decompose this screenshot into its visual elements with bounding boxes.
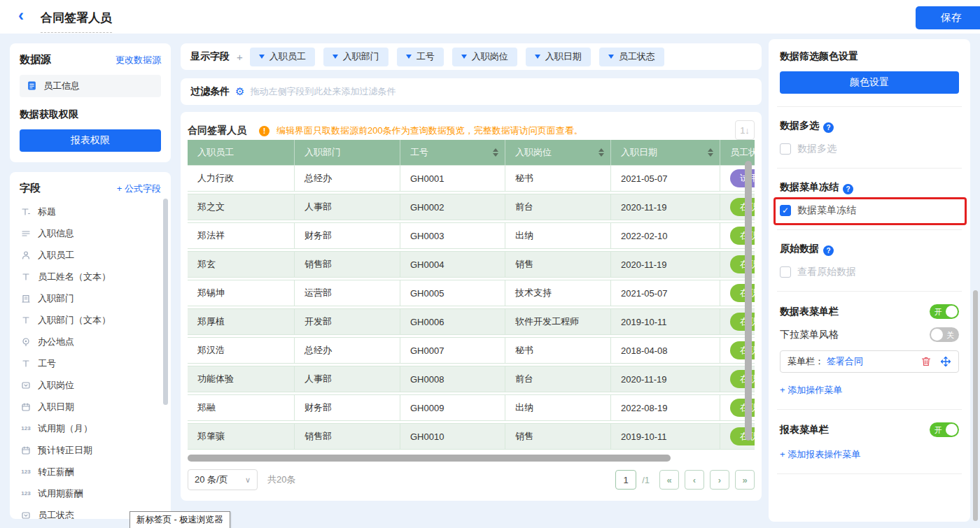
display-field-chip[interactable]: 入职部门 xyxy=(323,48,388,66)
checkbox-unchecked[interactable] xyxy=(780,266,791,278)
cell-job-no: GH0002 xyxy=(400,194,505,220)
page-last-button[interactable]: » xyxy=(735,470,755,490)
page-first-button[interactable]: « xyxy=(659,470,679,490)
field-item[interactable]: 入职部门（文本） xyxy=(10,309,171,331)
column-header[interactable]: 入职日期 xyxy=(611,140,720,165)
raw-data-checkbox-row[interactable]: 查看原始数据 xyxy=(780,266,959,278)
back-icon[interactable]: ‹ xyxy=(18,6,24,25)
fields-scrollbar[interactable] xyxy=(163,199,168,405)
field-item[interactable]: 工号 xyxy=(10,352,171,374)
gear-icon[interactable]: ⚙ xyxy=(235,85,244,98)
location-icon xyxy=(20,337,31,347)
select-icon xyxy=(20,511,31,520)
field-item[interactable]: 123 转正薪酬 xyxy=(10,461,171,483)
table-row[interactable]: 郑法祥 财务部 GH0003 出纳 2022-02-10 在职 xyxy=(188,222,755,249)
column-header[interactable]: 入职岗位 xyxy=(505,140,611,165)
dropdown-style-toggle[interactable]: 关 xyxy=(930,327,959,342)
sort-arrows-icon[interactable] xyxy=(493,148,498,157)
column-header[interactable]: 工号 xyxy=(400,140,505,165)
page-next-button[interactable]: › xyxy=(710,470,729,490)
document-icon xyxy=(27,80,38,92)
field-item[interactable]: 入职部门 xyxy=(10,287,171,309)
display-field-chip[interactable]: 入职员工 xyxy=(250,48,315,66)
table-row[interactable]: 郑厚植 开发部 GH0006 软件开发工程师 2019-10-11 在职 xyxy=(188,308,755,335)
field-label: 入职岗位 xyxy=(38,379,74,392)
cell-job-no: GH0006 xyxy=(400,309,505,334)
form-group-icon xyxy=(20,229,31,238)
sort-arrows-icon[interactable] xyxy=(708,148,713,157)
display-field-chip[interactable]: 员工状态 xyxy=(599,48,664,66)
page-prev-button[interactable]: ‹ xyxy=(685,470,704,490)
table-row[interactable]: 人力行政 总经办 GH0001 秘书 2021-05-07 试用期 xyxy=(188,165,755,192)
chip-label: 入职日期 xyxy=(545,50,582,63)
delete-icon[interactable] xyxy=(920,356,932,367)
table-row[interactable]: 功能体验 人事部 GH0008 前台 2020-11-19 在职 xyxy=(188,366,755,392)
report-permission-button[interactable]: 报表权限 xyxy=(20,129,161,152)
datasource-item[interactable]: 员工信息 xyxy=(20,75,161,97)
display-field-chip[interactable]: 入职日期 xyxy=(526,48,591,66)
table-vertical-scrollbar[interactable] xyxy=(745,161,752,441)
warning-text: 编辑界面只取数据源前200条作为查询数据预览，完整数据请访问页面查看。 xyxy=(276,124,583,137)
table-row[interactable]: 郑汉浩 总经办 GH0007 秘书 2018-04-08 在职 xyxy=(188,337,755,364)
menu-freeze-checkbox-row[interactable]: ✓ 数据菜单冻结 xyxy=(780,204,959,217)
field-item[interactable]: 入职信息 xyxy=(10,222,171,244)
cell-job-no: GH0004 xyxy=(400,252,505,277)
number-icon: 123 xyxy=(20,490,31,497)
save-button[interactable]: 保存 xyxy=(916,6,980,29)
table-menubar-toggle[interactable]: 开 xyxy=(930,304,959,319)
table-horizontal-scrollbar[interactable] xyxy=(188,455,671,462)
checkbox-checked[interactable]: ✓ xyxy=(780,205,791,216)
field-label: 预计转正日期 xyxy=(38,444,92,457)
field-item[interactable]: 预计转正日期 xyxy=(10,439,171,461)
table-row[interactable]: 郑玄 销售部 GH0004 销售 2020-11-19 在职 xyxy=(188,251,755,278)
multi-select-checkbox-row[interactable]: 数据多选 xyxy=(780,143,959,155)
field-item[interactable]: 入职员工 xyxy=(10,244,171,266)
field-label: 员工状态 xyxy=(38,509,74,520)
field-item[interactable]: 入职岗位 xyxy=(10,374,171,396)
column-header[interactable]: 入职员工 xyxy=(188,140,295,165)
display-field-chip[interactable]: 工号 xyxy=(397,48,444,66)
menubar-item[interactable]: 菜单栏： 签署合同 xyxy=(780,350,959,373)
field-item[interactable]: 123 试用期（月） xyxy=(10,418,171,439)
report-menubar-toggle[interactable]: 开 xyxy=(930,422,959,437)
add-formula-field-link[interactable]: + 公式字段 xyxy=(117,183,161,195)
checkbox-unchecked[interactable] xyxy=(780,143,791,155)
sort-arrows-icon[interactable] xyxy=(598,148,604,157)
data-permission-title: 数据获取权限 xyxy=(20,108,161,121)
page-size-select[interactable]: 20 条/页 ∨ xyxy=(188,469,258,490)
help-icon[interactable]: ? xyxy=(843,184,853,194)
display-fields-label: 显示字段 xyxy=(190,50,230,63)
menubar-item-value[interactable]: 签署合同 xyxy=(827,355,863,368)
page-number-input[interactable] xyxy=(615,470,636,490)
help-icon[interactable]: ? xyxy=(823,122,834,133)
field-list: 标题 入职信息 入职员工 员工姓名（文本） 入职部门 入职部门（文本） 办公地点… xyxy=(10,201,171,519)
page-scrollbar[interactable] xyxy=(973,290,978,521)
table-row[interactable]: 郑之文 人事部 GH0002 前台 2020-11-19 在职 xyxy=(188,194,755,220)
change-datasource-link[interactable]: 更改数据源 xyxy=(115,54,161,66)
field-item[interactable]: 123 试用期薪酬 xyxy=(10,483,171,504)
move-icon[interactable] xyxy=(940,356,951,367)
table-row[interactable]: 郑融 财务部 GH0009 出纳 2022-08-19 在职 xyxy=(188,394,755,421)
cell-position: 秘书 xyxy=(505,338,611,363)
field-item[interactable]: 员工姓名（文本） xyxy=(10,266,171,287)
field-label: 入职日期 xyxy=(38,401,74,413)
help-icon[interactable]: ? xyxy=(823,245,834,256)
page-title: 合同签署人员 xyxy=(41,10,112,33)
table-row[interactable]: 郑锡坤 运营部 GH0005 技术支持 2021-05-07 在职 xyxy=(188,280,755,306)
cell-employee: 功能体验 xyxy=(188,366,295,392)
cell-department: 人事部 xyxy=(295,194,400,220)
add-display-field-button[interactable]: + xyxy=(237,51,243,63)
field-label: 标题 xyxy=(38,206,56,218)
add-report-action-menu-link[interactable]: + 添加报表操作菜单 xyxy=(780,448,860,461)
table-row[interactable]: 郑肇骧 销售部 GH0010 销售 2019-10-11 在职 xyxy=(188,423,755,450)
field-item[interactable]: 标题 xyxy=(10,201,171,222)
field-item[interactable]: 办公地点 xyxy=(10,331,171,352)
sort-order-tool[interactable]: 1↓ xyxy=(735,120,755,140)
field-item[interactable]: 入职日期 xyxy=(10,396,171,418)
display-field-chip[interactable]: 入职岗位 xyxy=(452,48,517,66)
cell-date: 2022-08-19 xyxy=(611,395,720,420)
browser-tooltip: 新标签页 - 极速浏览器 xyxy=(130,511,230,528)
column-header[interactable]: 入职部门 xyxy=(295,140,400,165)
color-settings-button[interactable]: 颜色设置 xyxy=(780,71,959,94)
add-action-menu-link[interactable]: + 添加操作菜单 xyxy=(780,384,842,397)
